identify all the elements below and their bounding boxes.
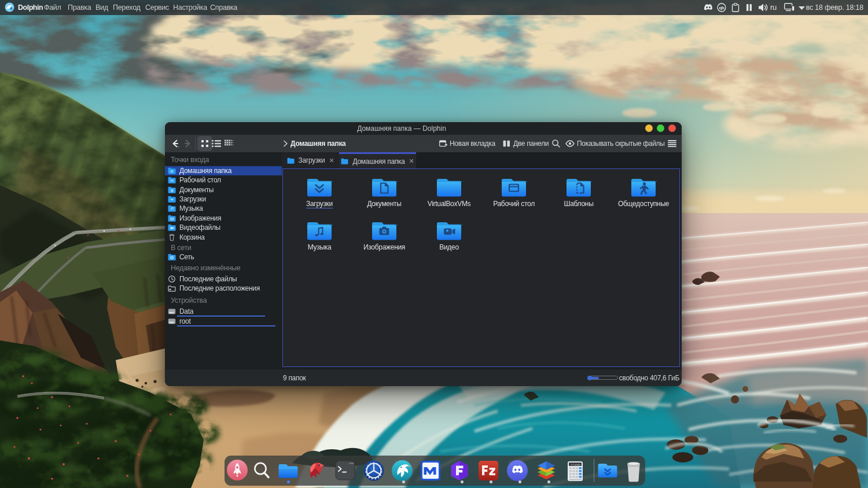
svg-text:qb: qb	[719, 5, 724, 10]
svg-text:3.141592: 3.141592	[571, 464, 580, 466]
